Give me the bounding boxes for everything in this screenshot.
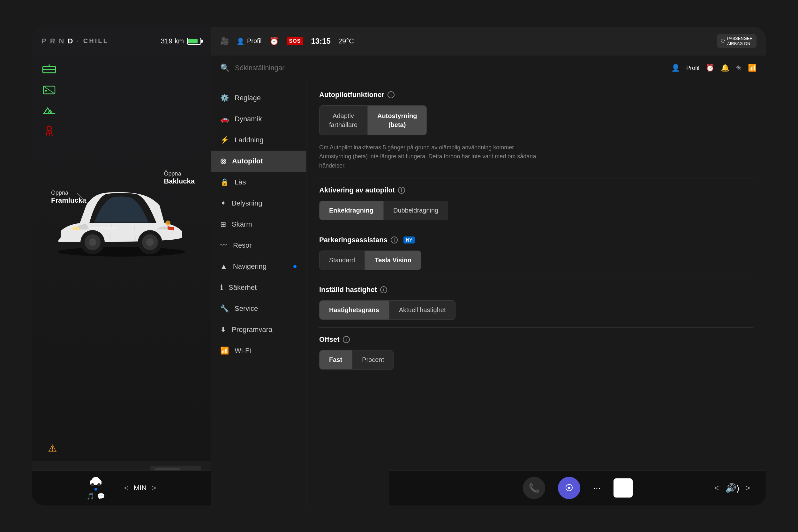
svg-point-14: [89, 239, 96, 246]
sidebar-item-reglage[interactable]: ⚙️ Reglage: [211, 88, 306, 109]
sidebar-item-sakerhet[interactable]: ℹ Säkerhet: [211, 277, 306, 298]
sidebar-item-skarm[interactable]: ⊞ Skärm: [211, 214, 306, 235]
sidebar-item-dynamik[interactable]: 🚗 Dynamik: [211, 109, 306, 130]
new-badge: NY: [403, 236, 415, 244]
battery-icon: [187, 38, 201, 45]
btn-single-drag[interactable]: Enkeldragning: [319, 201, 383, 220]
sidebar-item-service[interactable]: 🔧 Service: [211, 298, 306, 319]
more-dots-button[interactable]: ···: [593, 483, 601, 493]
car-svg: [41, 161, 201, 256]
bottom-nav-right: 📞 ⦿ ··· < 🔊) >: [390, 470, 766, 506]
svg-point-7: [47, 126, 51, 131]
btn-adaptive[interactable]: Adaptivfarthållare: [319, 105, 367, 135]
seatbelt-icon: [41, 123, 57, 138]
skarm-icon: ⊞: [220, 220, 226, 228]
sos-badge[interactable]: SOS: [287, 37, 304, 45]
media-next-button[interactable]: >: [152, 483, 156, 492]
camera-button[interactable]: ⦿: [558, 477, 580, 499]
las-label: Lås: [234, 178, 246, 186]
phone-button[interactable]: 📞: [523, 477, 545, 499]
btn-tesla-vision[interactable]: Tesla Vision: [365, 250, 421, 270]
section-aktivering-title: Aktivering av autopilot i: [319, 186, 753, 194]
sidebar-item-autopilot[interactable]: ◎ Autopilot: [211, 151, 306, 172]
autopilot-label: Autopilot: [232, 157, 263, 165]
battery-section: 319 km: [161, 37, 201, 45]
belysning-label: Belysning: [232, 199, 262, 207]
media-prev-button[interactable]: <: [124, 483, 129, 492]
sidebar-item-laddning[interactable]: ⚡ Laddning: [211, 130, 306, 151]
prnd-d: D: [68, 37, 74, 45]
status-right-side: 🛡 PASSENGERAIRBAG ON: [717, 34, 757, 48]
speed-info-icon[interactable]: i: [380, 286, 387, 293]
search-input[interactable]: [235, 64, 653, 72]
divider-4: [319, 327, 753, 328]
offset-info-icon[interactable]: i: [343, 336, 350, 343]
warning-icon: ⚠: [48, 442, 57, 454]
prnd-dot: ·: [77, 38, 79, 44]
section-autopilot-title: Autopilotfunktioner i: [319, 91, 753, 99]
drive-mode: CHILL: [83, 37, 109, 45]
dynamik-icon: 🚗: [220, 115, 229, 123]
media-title: MIN: [134, 484, 147, 492]
divider-2: [319, 228, 753, 228]
camera-icon: ⦿: [565, 483, 573, 493]
car-home-button[interactable]: 🎵💬: [87, 476, 105, 500]
svg-point-18: [165, 221, 170, 226]
btn-double-drag[interactable]: Dubbeldragning: [383, 201, 448, 220]
settings-panel: Autopilotfunktioner i Adaptivfarthållare…: [306, 81, 766, 506]
divider-3: [319, 278, 753, 278]
wifi-icon: 📶: [220, 347, 229, 355]
programvara-icon: ⬇: [220, 325, 226, 334]
airbag-icon: 🛡: [721, 39, 725, 44]
sidebar-menu: ⚙️ Reglage 🚗 Dynamik ⚡ Laddning ◎ Autopi…: [211, 81, 306, 506]
prnd-display: P R N D · CHILL: [41, 37, 109, 45]
sidebar-item-resor[interactable]: 〰 Resor: [211, 235, 306, 256]
prnd-n: N: [59, 37, 65, 45]
sakerhet-label: Säkerhet: [229, 283, 256, 292]
skarm-label: Skärm: [232, 220, 252, 228]
btn-standard[interactable]: Standard: [319, 250, 365, 270]
navigering-label: Navigering: [233, 262, 267, 271]
camera-status-icon: 🎥: [220, 37, 229, 45]
aktivering-info-icon[interactable]: i: [398, 187, 405, 194]
laddning-label: Laddning: [234, 136, 264, 144]
airbag-text: PASSENGERAIRBAG ON: [727, 36, 753, 46]
section-speed-title: Inställd hastighet i: [319, 286, 753, 294]
parking-group: Standard Tesla Vision: [319, 250, 753, 270]
status-bar-left: P R N D · CHILL 319 km: [32, 27, 211, 56]
traction-control-icon: [41, 103, 57, 118]
profile-icon-search: 👤: [671, 64, 680, 72]
btn-fast[interactable]: Fast: [319, 350, 352, 369]
autopilot-info-icon[interactable]: i: [387, 91, 395, 98]
home-square-button[interactable]: [613, 478, 633, 497]
resor-label: Resor: [233, 241, 252, 250]
sidebar-item-navigering[interactable]: ▲ Navigering: [211, 256, 306, 277]
profile-icon: 👤: [236, 37, 245, 45]
sidebar-item-programvara[interactable]: ⬇ Programvara: [211, 319, 306, 340]
navigering-dot: [293, 265, 297, 268]
search-bar: 🔍 👤 Profil ⏰ 🔔 ✳ 📶: [211, 56, 766, 81]
vol-prev-button[interactable]: <: [715, 483, 719, 492]
btn-current-speed[interactable]: Aktuell hastighet: [389, 300, 456, 320]
parking-info-icon[interactable]: i: [391, 236, 398, 244]
sidebar-item-belysning[interactable]: ✦ Belysning: [211, 193, 306, 214]
volume-icon: 🔊): [725, 483, 739, 493]
svg-point-11: [57, 247, 185, 256]
sidebar-item-las[interactable]: 🔒 Lås: [211, 172, 306, 193]
service-label: Service: [234, 304, 258, 313]
vol-next-button[interactable]: >: [746, 483, 750, 492]
resor-icon: 〰: [220, 241, 227, 250]
search-right-controls: 👤 Profil ⏰ 🔔 ✳ 📶: [671, 64, 757, 72]
btn-speed-limit[interactable]: Hastighetsgräns: [319, 300, 389, 320]
btn-autostyrning[interactable]: Autostyrning(beta): [367, 105, 427, 135]
speed-limit-icon: [41, 62, 57, 77]
sidebar-item-wifi[interactable]: 📶 Wi-Fi: [211, 340, 306, 361]
section-parking-title: Parkeringsassistans i NY: [319, 236, 753, 244]
profile-button[interactable]: 👤 Profil: [236, 37, 262, 45]
right-panel: 🎥 👤 Profil ⏰ SOS 13:15 29°C 🛡 PASSENGERA…: [211, 27, 766, 506]
sakerhet-icon: ℹ: [220, 283, 223, 292]
alarm-icon: ⏰: [269, 37, 279, 46]
main-content: ⚙️ Reglage 🚗 Dynamik ⚡ Laddning ◎ Autopi…: [211, 81, 766, 506]
btn-procent[interactable]: Procent: [352, 350, 394, 369]
cluster-icons: [32, 56, 211, 145]
